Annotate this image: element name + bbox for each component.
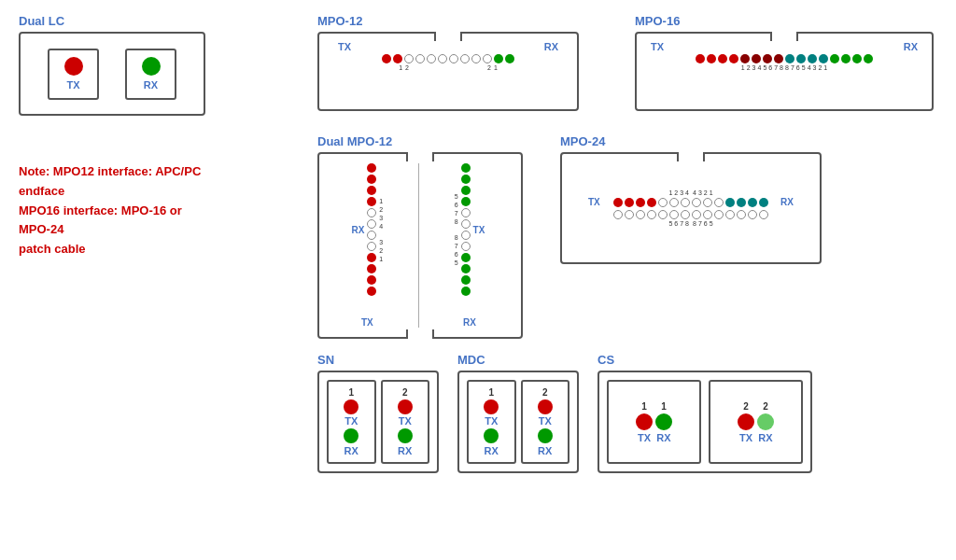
lc-rx-housing: RX <box>125 49 176 100</box>
dual-lc-connector: TX RX <box>19 32 205 116</box>
mpo16-txrx-row: TX RX <box>646 41 922 52</box>
sn-port2: 2 TX RX <box>381 380 430 464</box>
cs-g2-num2: 2 <box>763 401 768 412</box>
sn-port1: 1 TX RX <box>327 380 376 464</box>
dual-mpo12-tx-area: 5 6 7 8 8 7 6 5 <box>455 163 485 296</box>
dual-lc-section: Dual LC TX RX <box>19 14 205 116</box>
lc-rx-port: RX <box>125 49 176 100</box>
mpo16-inner: TX RX <box>637 34 932 109</box>
dot-1 <box>382 54 391 63</box>
dot-8 <box>460 54 470 63</box>
mdc-port2-num: 2 <box>542 387 548 398</box>
dot-11 <box>494 54 503 63</box>
dot-10 <box>483 54 492 63</box>
cs-port1-tx: 1 TX <box>636 401 653 443</box>
mpo16-dots <box>696 54 873 63</box>
mpo24-section: MPO-24 1 2 3 4 4 3 2 1 <box>560 134 822 264</box>
sn-port1-tx-dot <box>344 399 358 414</box>
cs-g2-num1: 2 <box>743 401 749 412</box>
mpo24-notch <box>677 152 705 161</box>
cs-group1: 1 TX 1 RX <box>607 380 701 464</box>
dot-12 <box>505 54 514 63</box>
cs-port2-rx: 2 RX <box>757 401 774 443</box>
sn-port2-rx-label: RX <box>398 445 412 456</box>
mpo16-connector: TX RX <box>635 32 934 111</box>
mpo24-inner: 1 2 3 4 4 3 2 1 TX <box>562 154 820 262</box>
mdc-port2-tx-dot <box>538 399 553 414</box>
lc-tx-label: TX <box>66 79 79 91</box>
dot-3 <box>404 54 414 63</box>
mpo12-notch <box>434 32 462 41</box>
sn-port1-rx-dot <box>344 428 358 443</box>
dual-mpo12-left: RX <box>324 163 411 328</box>
cs-g2-tx-label: TX <box>739 432 752 443</box>
cs-port1-rx: 1 RX <box>655 401 672 443</box>
page: Dual LC TX RX MP <box>0 0 956 560</box>
cs-g2-rx-label: RX <box>758 432 772 443</box>
mdc-port1-tx-label: TX <box>485 415 498 427</box>
dot-6 <box>438 54 447 63</box>
cs-port2-tx: 2 TX <box>738 401 754 443</box>
note-section: Note: MPO12 interface: APC/PC endface MP… <box>19 134 205 259</box>
sn-title: SN <box>317 353 439 367</box>
cs-g1-num1: 1 <box>641 401 647 412</box>
num-12: 1 <box>494 64 498 71</box>
tx-dot <box>64 57 83 76</box>
mdc-port1-num: 1 <box>488 387 494 398</box>
mpo12-nums: 1 2 2 1 <box>399 64 498 71</box>
mdc-port1-rx-label: RX <box>485 445 499 456</box>
num-2: 2 <box>405 64 409 71</box>
num-11: 2 <box>487 64 491 71</box>
cs-g1-rx-label: RX <box>656 432 670 443</box>
cs-g1-num2: 1 <box>661 401 667 412</box>
dual-mpo12-notch-top <box>406 152 434 161</box>
mdc-section: MDC 1 TX RX 2 TX RX <box>457 353 579 473</box>
dual-mpo12-section: Dual MPO-12 RX <box>317 134 523 339</box>
dot-9 <box>471 54 481 63</box>
row3: SN 1 TX RX 2 TX RX <box>9 353 947 473</box>
mpo12-inner: TX RX <box>319 34 577 109</box>
note-text: Note: MPO12 interface: APC/PC endface MP… <box>19 162 205 259</box>
mpo12-connector: TX RX <box>317 32 579 111</box>
mpo16-tx-label: TX <box>651 41 664 52</box>
rx-label-right-bottom: RX <box>463 317 476 328</box>
mpo12-txrx-row: TX RX <box>329 41 568 52</box>
mdc-port2: 2 TX RX <box>521 380 570 464</box>
dual-mpo12-rx-area: RX <box>351 163 383 296</box>
sn-connector: 1 TX RX 2 TX RX <box>317 371 439 473</box>
mpo12-section: MPO-12 TX RX <box>317 14 579 111</box>
mdc-port2-rx-label: RX <box>538 445 552 456</box>
mpo16-rx-label: RX <box>904 41 918 52</box>
dot-4 <box>415 54 425 63</box>
mdc-port1: 1 TX RX <box>467 380 516 464</box>
dual-mpo12-inner: RX <box>319 154 521 337</box>
cs-section: CS 1 TX 1 RX <box>598 353 812 473</box>
dual-mpo12-connector: RX <box>317 152 523 339</box>
mdc-port1-rx-dot <box>484 428 499 443</box>
mpo16-notch <box>770 32 798 41</box>
sn-port1-tx-label: TX <box>344 415 358 427</box>
mdc-port2-rx-dot <box>538 428 553 443</box>
mdc-port1-tx-dot <box>484 399 499 414</box>
lc-rx-label: RX <box>144 79 158 91</box>
mpo16-title: MPO-16 <box>635 14 934 28</box>
lc-tx-port: TX <box>48 49 99 100</box>
mpo12-tx-label: TX <box>338 41 351 52</box>
rx-label-left: RX <box>351 225 364 235</box>
sn-port2-rx-dot <box>398 428 413 443</box>
cs-title: CS <box>598 353 812 367</box>
mpo12-title: MPO-12 <box>317 14 579 28</box>
mpo24-title: MPO-24 <box>560 134 822 148</box>
mdc-connector: 1 TX RX 2 TX RX <box>457 371 579 473</box>
sn-port2-tx-dot <box>398 399 413 414</box>
dual-mpo12-title: Dual MPO-12 <box>317 134 523 148</box>
dot-7 <box>449 54 458 63</box>
cs-connector: 1 TX 1 RX 2 TX <box>598 371 812 473</box>
mpo16-section: MPO-16 TX RX <box>635 14 934 111</box>
tx-label-right: TX <box>473 225 485 235</box>
mpo16-nums: 1 2 3 4 5 6 7 8 8 7 6 5 4 3 2 <box>741 64 828 71</box>
sn-port2-tx-label: TX <box>399 415 412 427</box>
mpo12-dots <box>382 54 514 63</box>
mpo24-connector: 1 2 3 4 4 3 2 1 TX <box>560 152 822 264</box>
tx-label-left-bottom: TX <box>361 317 373 328</box>
